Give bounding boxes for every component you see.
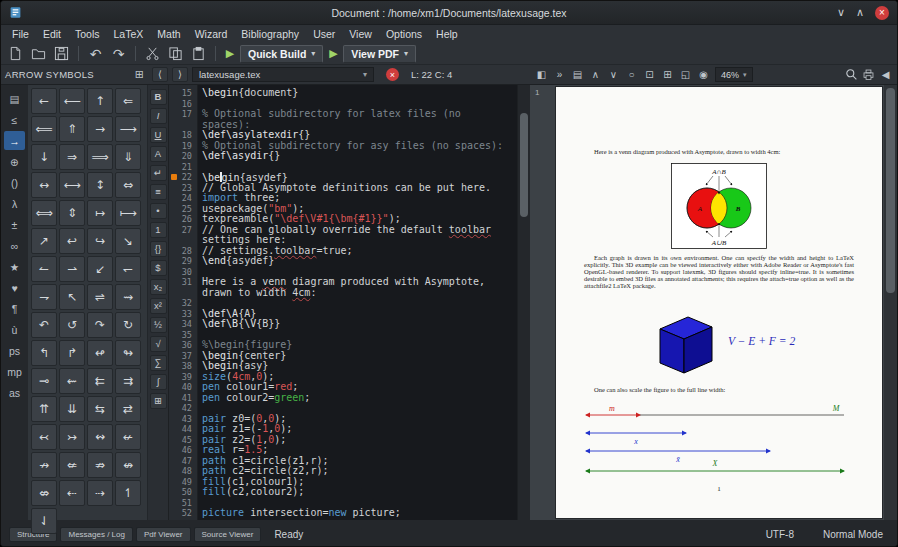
- greek-letters-icon[interactable]: λ: [4, 194, 25, 213]
- previous-page-icon[interactable]: ∧: [588, 67, 603, 82]
- gutter-line[interactable]: 50: [169, 487, 197, 498]
- menu-item[interactable]: Math: [150, 27, 187, 41]
- symbol-button[interactable]: ⇄: [115, 396, 141, 422]
- gutter-line[interactable]: 31: [169, 277, 197, 288]
- symbol-button[interactable]: ⇏: [87, 452, 113, 478]
- menu-item[interactable]: Help: [429, 27, 465, 41]
- arrow-symbols-icon[interactable]: →: [4, 131, 25, 150]
- fullscreen-icon[interactable]: ◱: [678, 67, 693, 82]
- editor-scrollbar[interactable]: [517, 85, 530, 520]
- pstricks-icon[interactable]: ps: [4, 341, 25, 360]
- structure-tab-icon[interactable]: ▤: [4, 89, 25, 108]
- gutter-line[interactable]: 25: [169, 204, 197, 215]
- braces-icon[interactable]: {}: [150, 241, 167, 257]
- integral-icon[interactable]: ∫: [150, 374, 167, 390]
- symbol-button[interactable]: ↙: [87, 256, 113, 282]
- symbol-button[interactable]: ⟷: [59, 172, 85, 198]
- symbol-button[interactable]: ⇌: [87, 284, 113, 310]
- symbol-button[interactable]: ←: [31, 88, 57, 114]
- gutter-line[interactable]: 51: [169, 498, 197, 509]
- enumerate-icon[interactable]: 1: [150, 222, 167, 238]
- gutter-line[interactable]: 42: [169, 403, 197, 414]
- gutter-line[interactable]: 33: [169, 309, 197, 320]
- search-icon[interactable]: [844, 67, 859, 82]
- sync-source-icon[interactable]: ○: [624, 67, 639, 82]
- gutter-line[interactable]: 49: [169, 477, 197, 488]
- newline-icon[interactable]: ↵: [150, 165, 167, 181]
- symbol-button[interactable]: ↷: [87, 312, 113, 338]
- symbol-button[interactable]: ↘: [115, 228, 141, 254]
- gutter-line[interactable]: 40: [169, 382, 197, 393]
- symbol-button[interactable]: ⇃: [31, 508, 57, 534]
- symbol-button[interactable]: ⇒: [59, 144, 85, 170]
- quick-build-combo[interactable]: Quick Build ▾: [240, 45, 323, 63]
- symbol-button[interactable]: ⇆: [87, 396, 113, 422]
- gutter-line[interactable]: 38: [169, 361, 197, 372]
- symbol-button[interactable]: ⇠: [59, 480, 85, 506]
- gutter-line[interactable]: [169, 288, 197, 299]
- matrix-icon[interactable]: ⊞: [150, 393, 167, 409]
- symbol-button[interactable]: ↔: [31, 172, 57, 198]
- symbol-button[interactable]: ⇜: [59, 368, 85, 394]
- gutter-line[interactable]: 39: [169, 372, 197, 383]
- status-tab[interactable]: Pdf Viewer: [136, 527, 191, 542]
- gutter-line[interactable]: 20: [169, 151, 197, 162]
- symbol-button[interactable]: ↢: [31, 424, 57, 450]
- gutter-line[interactable]: 34: [169, 319, 197, 330]
- symbol-button[interactable]: ↶: [31, 312, 57, 338]
- view-pdf-combo[interactable]: View PDF ▾: [343, 45, 416, 63]
- run-view-pdf-icon[interactable]: ▶: [325, 47, 341, 60]
- menu-item[interactable]: LaTeX: [107, 27, 151, 41]
- symbol-button[interactable]: ⇢: [87, 480, 113, 506]
- gutter-line[interactable]: 30: [169, 267, 197, 278]
- editor-gutter[interactable]: 1516171819202122232425262728293031323334…: [169, 85, 198, 520]
- cut-button[interactable]: [142, 44, 163, 63]
- underline-icon[interactable]: U: [150, 127, 167, 143]
- relation-symbols-icon[interactable]: ≤: [4, 110, 25, 129]
- symbol-button[interactable]: ↼: [31, 256, 57, 282]
- zoom-combo[interactable]: 46% ▾: [715, 67, 753, 82]
- sqrt-icon[interactable]: √: [150, 336, 167, 352]
- save-file-button[interactable]: [51, 44, 72, 63]
- symbol-button[interactable]: ⇝: [115, 284, 141, 310]
- symbol-button[interactable]: ↣: [59, 424, 85, 450]
- gutter-line[interactable]: 46: [169, 445, 197, 456]
- symbol-button[interactable]: ↺: [59, 312, 85, 338]
- gutter-line[interactable]: 35: [169, 330, 197, 341]
- scrollbar-thumb[interactable]: [886, 88, 895, 293]
- status-tab[interactable]: Source Viewer: [194, 527, 262, 542]
- menu-item[interactable]: Tools: [68, 27, 107, 41]
- symbol-button[interactable]: ↱: [59, 340, 85, 366]
- superscript-icon[interactable]: x²: [150, 298, 167, 314]
- code-line[interactable]: \def\asydir{}: [202, 151, 517, 162]
- redo-button[interactable]: ↷: [108, 44, 129, 63]
- pdf-scrollbar[interactable]: [884, 85, 897, 520]
- code-line[interactable]: fill(c2,colour2);: [202, 487, 517, 498]
- gutter-line[interactable]: 37: [169, 351, 197, 362]
- menu-item[interactable]: User: [306, 27, 342, 41]
- fraction-icon[interactable]: ½: [150, 317, 167, 333]
- editor-code[interactable]: \begin{document} % Optional subdirectory…: [198, 85, 517, 520]
- fit-width-icon[interactable]: ⊞: [660, 67, 675, 82]
- print-icon[interactable]: [861, 67, 876, 82]
- gutter-line[interactable]: 44: [169, 424, 197, 435]
- next-document-button[interactable]: ⟩: [172, 67, 188, 82]
- toc-icon[interactable]: ▤: [570, 67, 585, 82]
- symbol-button[interactable]: ⇍: [59, 452, 85, 478]
- gutter-line[interactable]: 52: [169, 508, 197, 519]
- menu-item[interactable]: View: [342, 27, 379, 41]
- sum-icon[interactable]: ∑: [150, 355, 167, 371]
- gutter-line[interactable]: 32: [169, 298, 197, 309]
- asymptote-icon[interactable]: as: [4, 383, 25, 402]
- code-line[interactable]: pen colour2=green;: [202, 393, 517, 404]
- symbol-button[interactable]: ↮: [115, 452, 141, 478]
- gutter-line[interactable]: 22: [169, 172, 197, 183]
- inline-math-icon[interactable]: $: [150, 260, 167, 276]
- symbol-button[interactable]: ⟺: [31, 200, 57, 226]
- run-quick-build-icon[interactable]: ▶: [222, 47, 238, 60]
- symbol-button[interactable]: ⇑: [59, 116, 85, 142]
- gutter-line[interactable]: 45: [169, 435, 197, 446]
- paste-button[interactable]: [188, 44, 209, 63]
- gutter-line[interactable]: 21: [169, 162, 197, 173]
- gutter-line[interactable]: 43: [169, 414, 197, 425]
